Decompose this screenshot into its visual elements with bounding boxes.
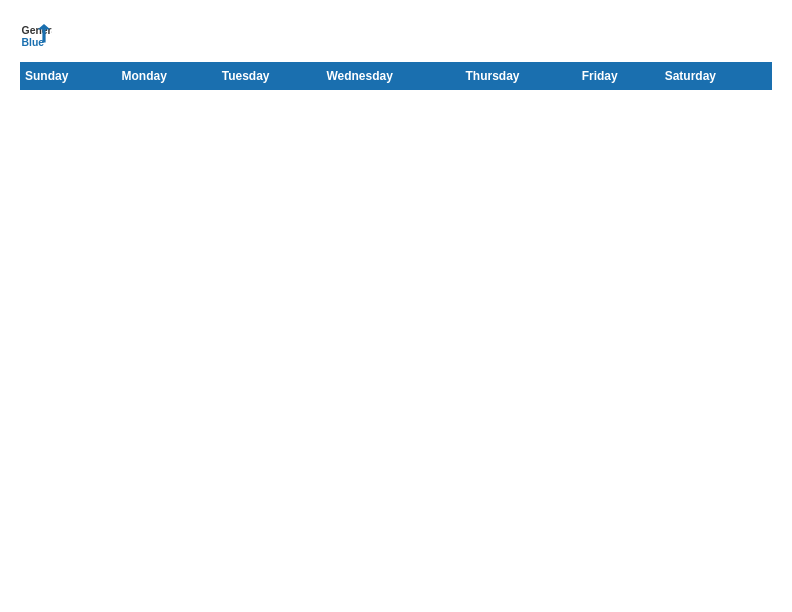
weekday-header-wednesday: Wednesday [322, 63, 461, 90]
logo: General Blue [20, 20, 52, 52]
logo-icon: General Blue [20, 20, 52, 52]
calendar-table: SundayMondayTuesdayWednesdayThursdayFrid… [20, 62, 772, 90]
weekday-header-saturday: Saturday [660, 63, 771, 90]
weekday-header-monday: Monday [117, 63, 217, 90]
weekday-header-tuesday: Tuesday [217, 63, 322, 90]
weekday-header-thursday: Thursday [461, 63, 577, 90]
weekday-header-row: SundayMondayTuesdayWednesdayThursdayFrid… [21, 63, 772, 90]
page-header: General Blue [20, 20, 772, 52]
weekday-header-sunday: Sunday [21, 63, 118, 90]
weekday-header-friday: Friday [577, 63, 660, 90]
svg-text:Blue: Blue [22, 37, 45, 48]
